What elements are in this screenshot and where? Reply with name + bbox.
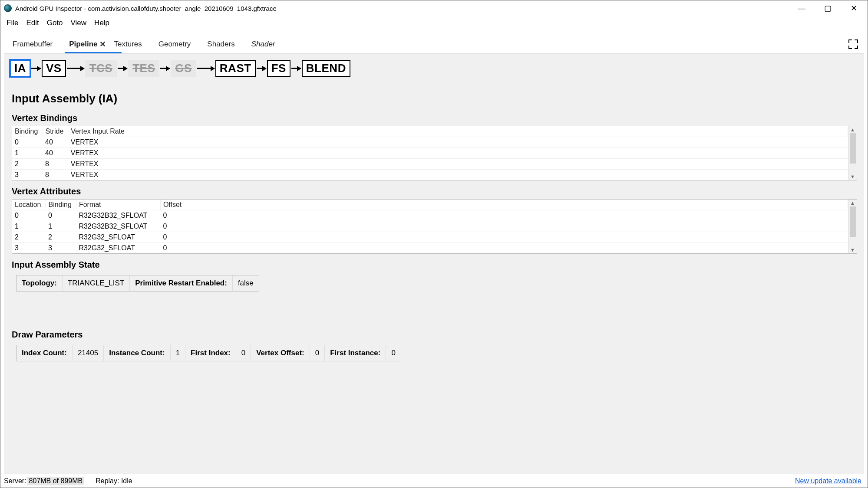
tab-geometry[interactable]: Geometry bbox=[154, 36, 203, 53]
tab-label: Textures bbox=[114, 40, 142, 48]
tab-shader[interactable]: Shader bbox=[247, 36, 287, 53]
arrow-icon bbox=[257, 68, 266, 69]
close-button[interactable]: ✕ bbox=[841, 0, 867, 16]
tabstrip: Framebuffer Pipeline✕ Textures Geometry … bbox=[4, 35, 864, 54]
app-window: Android GPU Inspector - com.activision.c… bbox=[0, 0, 868, 488]
primitive-restart-value: false bbox=[233, 275, 259, 291]
menu-file[interactable]: File bbox=[3, 18, 22, 28]
menu-goto[interactable]: Goto bbox=[43, 18, 66, 28]
index-count-value: 21405 bbox=[73, 345, 104, 361]
vertex-offset-label: Vertex Offset: bbox=[251, 345, 310, 361]
table-row[interactable]: 11R32G32B32_SFLOAT0 bbox=[12, 221, 848, 232]
col-binding[interactable]: Binding bbox=[46, 200, 76, 210]
server-label: Server: bbox=[4, 477, 26, 485]
menu-view[interactable]: View bbox=[67, 18, 90, 28]
col-format[interactable]: Format bbox=[76, 200, 160, 210]
pipeline-stages: IA VS TCS TES GS RAST FS BLEND bbox=[4, 54, 864, 84]
col-binding[interactable]: Binding bbox=[12, 126, 43, 137]
stage-gs[interactable]: GS bbox=[171, 60, 196, 77]
replay-label: Replay: bbox=[96, 477, 119, 485]
tab-close-icon[interactable]: ✕ bbox=[97, 39, 109, 49]
stage-blend[interactable]: BLEND bbox=[302, 60, 350, 77]
col-offset[interactable]: Offset bbox=[160, 200, 848, 210]
arrow-icon bbox=[197, 68, 215, 69]
first-instance-value: 0 bbox=[386, 345, 400, 361]
table-header: Binding Stride Vertex Input Rate bbox=[12, 126, 848, 137]
window-controls: — ▢ ✕ bbox=[789, 0, 867, 16]
topology-value: TRIANGLE_LIST bbox=[63, 275, 130, 291]
main-scroll[interactable]: Input Assembly (IA) Vertex Bindings Bind… bbox=[4, 84, 864, 472]
scroll-down-icon[interactable]: ▼ bbox=[850, 173, 855, 180]
section-draw-parameters: Draw Parameters bbox=[12, 330, 857, 340]
tab-label: Shader bbox=[251, 40, 275, 48]
section-vertex-bindings: Vertex Bindings bbox=[12, 113, 857, 123]
stage-tcs[interactable]: TCS bbox=[85, 60, 117, 77]
table-row[interactable]: 040VERTEX bbox=[12, 137, 848, 148]
instance-count-label: Instance Count: bbox=[104, 345, 170, 361]
replay-value: Idle bbox=[121, 477, 132, 485]
col-rate[interactable]: Vertex Input Rate bbox=[68, 126, 848, 137]
menu-help[interactable]: Help bbox=[91, 18, 113, 28]
menubar: File Edit Goto View Help bbox=[0, 16, 868, 31]
col-stride[interactable]: Stride bbox=[43, 126, 68, 137]
scroll-thumb[interactable] bbox=[850, 133, 856, 164]
tab-label: Pipeline bbox=[69, 40, 97, 48]
tab-textures[interactable]: Textures bbox=[109, 36, 154, 53]
update-link[interactable]: New update available bbox=[795, 477, 864, 485]
tab-label: Shaders bbox=[207, 40, 234, 48]
stage-rast[interactable]: RAST bbox=[215, 60, 256, 77]
section-input-assembly-state: Input Assembly State bbox=[12, 260, 857, 270]
arrow-icon bbox=[291, 68, 301, 69]
scroll-thumb[interactable] bbox=[850, 206, 856, 237]
tab-framebuffer[interactable]: Framebuffer bbox=[8, 36, 65, 53]
instance-count-value: 1 bbox=[171, 345, 185, 361]
page-title: Input Assembly (IA) bbox=[12, 92, 857, 105]
section-vertex-attributes: Vertex Attributes bbox=[12, 187, 857, 197]
server-value: 807MB of 899MB bbox=[27, 477, 85, 485]
vertex-offset-value: 0 bbox=[310, 345, 325, 361]
stage-ia[interactable]: IA bbox=[10, 60, 30, 77]
content-area: Framebuffer Pipeline✕ Textures Geometry … bbox=[0, 31, 868, 474]
titlebar: Android GPU Inspector - com.activision.c… bbox=[0, 0, 868, 16]
stage-vs[interactable]: VS bbox=[42, 60, 66, 77]
arrow-icon bbox=[160, 68, 170, 69]
menu-edit[interactable]: Edit bbox=[23, 18, 42, 28]
table-row[interactable]: 28VERTEX bbox=[12, 159, 848, 170]
scroll-up-icon[interactable]: ▲ bbox=[850, 126, 855, 133]
scroll-down-icon[interactable]: ▼ bbox=[850, 246, 855, 253]
table-row[interactable]: 33R32G32_SFLOAT0 bbox=[12, 243, 848, 254]
table-row[interactable]: 38VERTEX bbox=[12, 170, 848, 180]
window-title: Android GPU Inspector - com.activision.c… bbox=[15, 5, 789, 12]
tab-pipeline[interactable]: Pipeline✕ bbox=[65, 36, 109, 53]
fullscreen-toggle-icon[interactable] bbox=[848, 39, 858, 49]
maximize-button[interactable]: ▢ bbox=[815, 0, 841, 16]
vertex-attributes-table: Location Binding Format Offset 00R32G32B… bbox=[12, 199, 857, 254]
table-row[interactable]: 00R32G32B32_SFLOAT0 bbox=[12, 210, 848, 221]
first-instance-label: First Instance: bbox=[325, 345, 386, 361]
close-icon: ✕ bbox=[851, 3, 857, 13]
stage-fs[interactable]: FS bbox=[267, 60, 290, 77]
scroll-up-icon[interactable]: ▲ bbox=[850, 200, 855, 206]
tab-shaders[interactable]: Shaders bbox=[203, 36, 247, 53]
statusbar: Server: 807MB of 899MB Replay: Idle New … bbox=[0, 474, 868, 488]
scrollbar-vertical[interactable]: ▲▼ bbox=[848, 200, 857, 253]
maximize-icon: ▢ bbox=[824, 3, 832, 13]
tab-label: Framebuffer bbox=[13, 40, 53, 48]
primitive-restart-label: Primitive Restart Enabled: bbox=[130, 275, 233, 291]
col-location[interactable]: Location bbox=[12, 200, 46, 210]
table-row[interactable]: 22R32G32_SFLOAT0 bbox=[12, 232, 848, 243]
index-count-label: Index Count: bbox=[17, 345, 73, 361]
first-index-value: 0 bbox=[236, 345, 251, 361]
table-row[interactable]: 140VERTEX bbox=[12, 148, 848, 159]
topology-label: Topology: bbox=[17, 275, 63, 291]
tab-label: Geometry bbox=[158, 40, 191, 48]
scrollbar-vertical[interactable]: ▲▼ bbox=[848, 126, 857, 180]
arrow-icon bbox=[118, 68, 127, 69]
minimize-button[interactable]: — bbox=[789, 0, 815, 16]
first-index-label: First Index: bbox=[185, 345, 236, 361]
minimize-icon: — bbox=[798, 4, 805, 13]
vertex-bindings-table: Binding Stride Vertex Input Rate 040VERT… bbox=[12, 126, 857, 180]
arrow-icon bbox=[31, 68, 41, 69]
stage-tes[interactable]: TES bbox=[128, 60, 159, 77]
table-header: Location Binding Format Offset bbox=[12, 200, 848, 210]
